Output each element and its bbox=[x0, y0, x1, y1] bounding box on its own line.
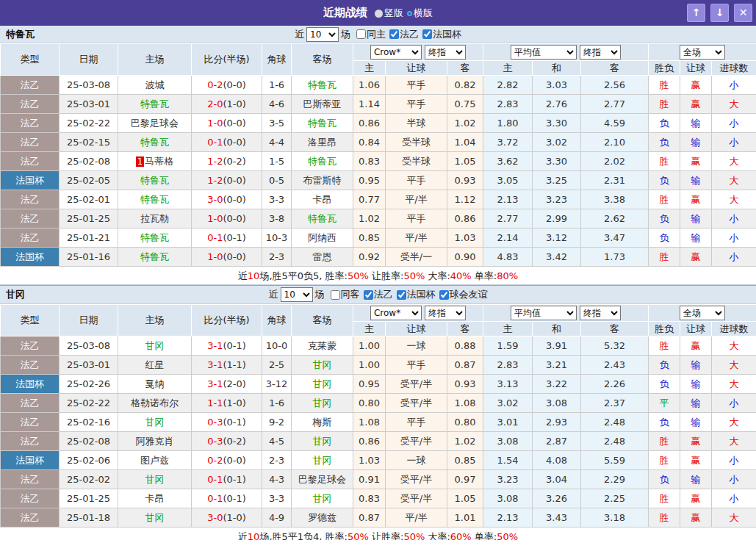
near-label: 近 bbox=[295, 28, 304, 41]
home-team-name[interactable]: 特鲁瓦 bbox=[140, 98, 169, 109]
filter-checkbox[interactable] bbox=[389, 29, 399, 39]
home-team-name[interactable]: 特鲁瓦 bbox=[140, 232, 169, 243]
bookmaker-select[interactable]: Crow* bbox=[370, 306, 422, 320]
away-team-name[interactable]: 阿纳西 bbox=[308, 232, 336, 243]
home-team-name[interactable]: 阿雅克肖 bbox=[136, 436, 174, 447]
radio-horizontal-option[interactable]: 横版 bbox=[407, 7, 433, 20]
away-team-name[interactable]: 布雷斯特 bbox=[303, 175, 342, 186]
away-team-name[interactable]: 梅斯 bbox=[313, 417, 332, 428]
bookmaker-select[interactable]: Crow* bbox=[370, 45, 422, 60]
home-team-name[interactable]: 甘冈 bbox=[145, 512, 165, 523]
filter-checkbox[interactable] bbox=[422, 29, 432, 39]
home-team-name[interactable]: 甘冈 bbox=[145, 340, 165, 351]
layout-radio-group: 竖版 横版 bbox=[375, 7, 433, 20]
crow-handicap: 平手 bbox=[386, 356, 447, 375]
filter-checkbox[interactable] bbox=[364, 290, 373, 300]
filter-option[interactable]: 同客 bbox=[331, 288, 360, 301]
result-handicap: 输 bbox=[680, 375, 712, 394]
filter-option[interactable]: 法乙 bbox=[389, 28, 419, 41]
home-team-name[interactable]: 甘冈 bbox=[145, 417, 165, 428]
away-team-name[interactable]: 甘冈 bbox=[313, 493, 332, 504]
home-team-name[interactable]: 马蒂格 bbox=[145, 156, 173, 167]
filter-option[interactable]: 法国杯 bbox=[422, 28, 461, 41]
home-team-name[interactable]: 卡昂 bbox=[145, 493, 165, 504]
radio-vertical-option[interactable]: 竖版 bbox=[375, 7, 403, 20]
filter-checkbox[interactable] bbox=[356, 29, 366, 39]
fulltime-score: 1-0 bbox=[207, 251, 223, 262]
home-team-name[interactable]: 图卢兹 bbox=[140, 455, 169, 466]
filter-option[interactable]: 同主 bbox=[356, 28, 386, 41]
games-count-select[interactable]: 10 bbox=[281, 287, 313, 302]
col-header-away: 客场 bbox=[292, 44, 353, 76]
average-select[interactable]: 平均值 bbox=[511, 306, 577, 320]
away-team-name[interactable]: 雷恩 bbox=[313, 251, 332, 262]
average-select[interactable]: 平均值 bbox=[511, 45, 577, 60]
home-team-name[interactable]: 特鲁瓦 bbox=[140, 251, 169, 262]
away-team-name[interactable]: 洛里昂 bbox=[308, 137, 336, 148]
avg-draw-odds: 2.93 bbox=[533, 413, 581, 432]
filter-option[interactable]: 法国杯 bbox=[397, 288, 436, 301]
sub-header-handicap-result: 让球 bbox=[680, 322, 712, 336]
home-team-name[interactable]: 甘冈 bbox=[145, 474, 165, 485]
radio-horizontal-label[interactable]: 横版 bbox=[414, 7, 433, 18]
home-team-name[interactable]: 巴黎足球会 bbox=[131, 118, 179, 129]
home-team-name[interactable]: 戛纳 bbox=[145, 378, 165, 389]
away-team-name[interactable]: 克莱蒙 bbox=[308, 340, 336, 351]
away-team-name[interactable]: 甘冈 bbox=[313, 359, 332, 370]
away-team-name[interactable]: 巴斯蒂亚 bbox=[303, 98, 342, 109]
odds-stage-select[interactable]: 终指 bbox=[580, 45, 621, 60]
scope-select[interactable]: 全场 bbox=[680, 306, 725, 320]
away-team-name[interactable]: 甘冈 bbox=[313, 455, 332, 466]
filter-checkbox[interactable] bbox=[397, 290, 406, 300]
result-handicap: 输 bbox=[680, 114, 712, 133]
date-cell: 25-01-25 bbox=[60, 489, 118, 508]
home-team-name[interactable]: 特鲁瓦 bbox=[140, 194, 169, 205]
home-team-cell: 甘冈 bbox=[118, 470, 192, 489]
home-team-name[interactable]: 格勒诺布尔 bbox=[131, 397, 179, 408]
close-button[interactable]: ✕ bbox=[734, 4, 752, 22]
radio-vertical-label[interactable]: 竖版 bbox=[384, 7, 403, 18]
home-team-name[interactable]: 特鲁瓦 bbox=[140, 175, 169, 186]
away-team-name[interactable]: 卡昂 bbox=[313, 194, 332, 205]
odds-stage-select[interactable]: 终指 bbox=[425, 306, 466, 320]
scroll-down-button[interactable]: ↓ bbox=[710, 4, 729, 22]
odds-stage-select[interactable]: 终指 bbox=[425, 45, 466, 60]
radio-unselected-icon[interactable] bbox=[407, 11, 412, 16]
match-row: 法乙25-03-08甘冈3-1(0-1)10-0克莱蒙1.00一球0.881.5… bbox=[1, 336, 756, 356]
away-team-name[interactable]: 特鲁瓦 bbox=[308, 156, 336, 167]
filter-option[interactable]: 法乙 bbox=[364, 288, 393, 301]
date-cell: 25-02-08 bbox=[60, 432, 118, 451]
sub-header-avg-home: 主 bbox=[483, 322, 533, 336]
radio-selected-icon[interactable] bbox=[375, 10, 383, 18]
fulltime-score: 3-0 bbox=[207, 194, 223, 205]
home-team-name[interactable]: 波城 bbox=[145, 79, 165, 90]
odds-stage-select[interactable]: 终指 bbox=[580, 306, 621, 320]
avg-home-odds: 3.02 bbox=[483, 394, 533, 413]
crow-away-odds: 0.86 bbox=[447, 209, 483, 228]
away-team-cell: 特鲁瓦 bbox=[292, 152, 353, 171]
date-cell: 25-02-15 bbox=[60, 133, 118, 152]
away-team-name[interactable]: 甘冈 bbox=[313, 397, 332, 408]
away-team-name[interactable]: 特鲁瓦 bbox=[308, 79, 336, 90]
home-team-name[interactable]: 拉瓦勒 bbox=[140, 213, 169, 224]
games-suffix-label: 场 bbox=[315, 288, 325, 301]
crow-away-odds: 0.75 bbox=[447, 95, 483, 114]
away-team-name[interactable]: 甘冈 bbox=[313, 436, 332, 447]
home-team-name[interactable]: 红星 bbox=[145, 359, 165, 370]
scroll-up-button[interactable]: ↑ bbox=[687, 4, 705, 22]
away-team-name[interactable]: 甘冈 bbox=[313, 378, 332, 389]
summary-stat-value: 10 bbox=[248, 531, 260, 540]
halftime-score: (0-0) bbox=[223, 137, 245, 148]
filter-checkbox[interactable] bbox=[331, 290, 340, 300]
filter-checkbox[interactable] bbox=[439, 290, 449, 300]
away-team-name[interactable]: 特鲁瓦 bbox=[308, 118, 336, 129]
crow-home-odds: 0.86 bbox=[353, 114, 386, 133]
away-team-name[interactable]: 罗德兹 bbox=[308, 512, 336, 523]
away-team-name[interactable]: 巴黎足球会 bbox=[298, 474, 346, 485]
scope-select[interactable]: 全场 bbox=[680, 45, 725, 60]
games-count-select[interactable]: 10 bbox=[306, 27, 339, 42]
away-team-name[interactable]: 特鲁瓦 bbox=[308, 213, 336, 224]
home-team-name[interactable]: 特鲁瓦 bbox=[140, 137, 169, 148]
filter-option[interactable]: 球会友谊 bbox=[439, 288, 488, 301]
section-troyes: 特鲁瓦 近 10 场 同主法乙法国杯 类型 日期 主场 比分(半场) 角球 客场… bbox=[0, 26, 756, 285]
